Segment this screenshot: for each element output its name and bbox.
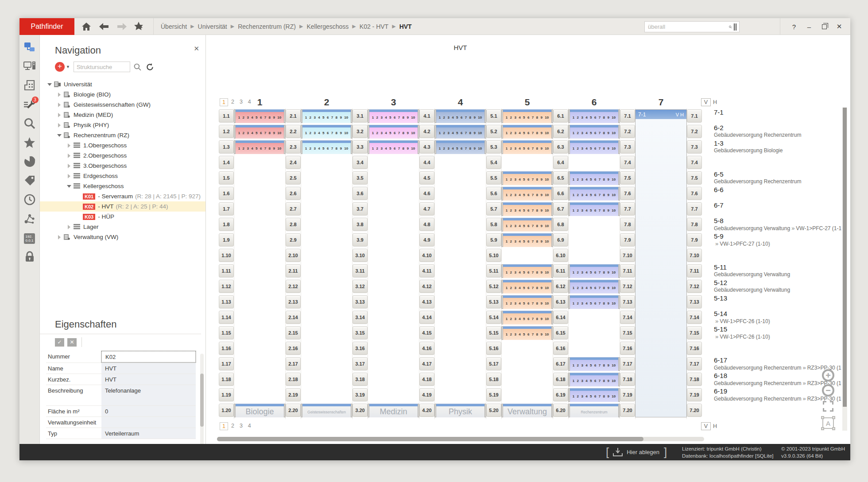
row-label[interactable]: 6.9 xyxy=(553,233,568,247)
row-label[interactable]: 1.1 xyxy=(219,109,234,123)
port[interactable]: 9 xyxy=(540,193,542,197)
port[interactable]: 2 xyxy=(443,131,445,135)
port[interactable]: 7 xyxy=(532,301,534,305)
port[interactable]: 2 xyxy=(510,177,512,181)
property-value-input[interactable]: K02 xyxy=(101,351,196,362)
port[interactable]: 2 xyxy=(310,147,311,150)
row-label[interactable]: 2.4 xyxy=(286,156,301,169)
row-label[interactable]: 1.15 xyxy=(219,326,234,339)
port[interactable]: 2 xyxy=(510,332,512,336)
port[interactable]: 8 xyxy=(536,286,538,290)
zoom-in-button[interactable]: + xyxy=(821,368,836,383)
vertical-scrollbar-thumb[interactable] xyxy=(843,108,847,407)
row-label[interactable]: 5.9 xyxy=(486,233,501,247)
row-label[interactable]: 4.5 xyxy=(419,171,434,185)
tree-item[interactable]: K03- HÜP xyxy=(40,212,205,222)
row-label[interactable]: 1.9 xyxy=(219,233,234,247)
port[interactable]: 7 xyxy=(532,317,534,321)
drop-zone[interactable]: [ Hier ablegen ] xyxy=(606,446,667,459)
port[interactable]: 2 xyxy=(577,286,579,290)
port[interactable]: 2 xyxy=(510,270,512,274)
port[interactable]: 1 xyxy=(305,131,307,135)
row-label[interactable]: 5.4 xyxy=(486,156,501,169)
port[interactable]: 1 xyxy=(573,208,574,212)
port[interactable]: 5 xyxy=(523,224,525,228)
port[interactable]: 6 xyxy=(394,116,395,120)
favorite-add-icon[interactable] xyxy=(134,21,145,32)
port[interactable]: 10 xyxy=(277,116,281,120)
patch-panel-6-2[interactable]: 12345678910 xyxy=(568,125,620,139)
port[interactable]: 9 xyxy=(273,116,275,120)
row-label[interactable]: 5.16 xyxy=(486,342,501,355)
port[interactable]: 2 xyxy=(577,301,579,305)
row-label[interactable]: 2.11 xyxy=(286,264,301,278)
row-label[interactable]: 4.12 xyxy=(419,280,434,293)
patch-panel-6-3[interactable]: 12345678910 xyxy=(568,140,620,154)
port[interactable]: 8 xyxy=(603,301,605,305)
refresh-icon[interactable] xyxy=(146,63,154,71)
forward-icon[interactable] xyxy=(116,21,128,32)
row-label[interactable]: 5.8 xyxy=(486,218,501,231)
port[interactable]: 5 xyxy=(523,116,525,120)
port[interactable]: 3 xyxy=(514,116,516,120)
port[interactable]: 8 xyxy=(269,147,271,150)
port[interactable]: 5 xyxy=(389,147,391,150)
page-tab-2[interactable]: 2 xyxy=(229,422,236,430)
row-label[interactable]: 4.4 xyxy=(419,156,434,169)
row-label[interactable]: 2.16 xyxy=(286,342,301,355)
front-view-button[interactable]: V xyxy=(701,422,711,430)
port[interactable]: 9 xyxy=(607,394,609,398)
port[interactable]: 2 xyxy=(443,147,445,150)
port[interactable]: 1 xyxy=(573,363,574,367)
port[interactable]: 10 xyxy=(612,193,616,197)
port[interactable]: 2 xyxy=(376,116,378,120)
port[interactable]: 7 xyxy=(599,147,601,150)
row-label[interactable]: 7.10 xyxy=(620,249,635,262)
port[interactable]: 9 xyxy=(607,363,609,367)
port[interactable]: 3 xyxy=(314,131,315,135)
port[interactable]: 10 xyxy=(344,116,348,120)
annotation-link[interactable]: VW-1>PFC-26 (1-10) xyxy=(720,334,770,340)
port[interactable]: 4 xyxy=(385,131,387,135)
row-label[interactable]: 4.15 xyxy=(419,326,434,339)
patch-panel-6-13[interactable]: 12345678910 xyxy=(568,295,620,309)
row-label[interactable]: 4.9 xyxy=(419,233,434,247)
port[interactable]: 4 xyxy=(519,147,520,150)
port[interactable]: 10 xyxy=(545,301,549,305)
port[interactable]: 3 xyxy=(581,193,583,197)
row-label[interactable]: 7.3 xyxy=(620,140,635,154)
row-label-right[interactable]: 7.20 xyxy=(687,404,702,417)
row-label-right[interactable]: 7.9 xyxy=(687,233,702,247)
patch-panel-5-6[interactable]: 12345678910 xyxy=(501,187,553,201)
port[interactable]: 7 xyxy=(532,332,534,336)
port[interactable]: 6 xyxy=(527,193,529,197)
row-label[interactable]: 5.15 xyxy=(486,326,501,339)
port[interactable]: 6 xyxy=(594,177,596,181)
row-label[interactable]: 5.6 xyxy=(486,187,501,200)
port[interactable]: 8 xyxy=(403,131,404,135)
row-label[interactable]: 6.19 xyxy=(553,388,568,401)
port[interactable]: 6 xyxy=(527,116,529,120)
port[interactable]: 5 xyxy=(523,239,525,243)
port[interactable]: 2 xyxy=(243,147,244,150)
row-label[interactable]: 7.15 xyxy=(620,326,635,339)
patch-panel-2-1[interactable]: 12345678910 xyxy=(301,109,353,123)
port[interactable]: 2 xyxy=(577,379,579,383)
port[interactable]: 10 xyxy=(545,286,549,290)
port[interactable]: 3 xyxy=(581,177,583,181)
patch-panel-4-1[interactable]: 12345678910 xyxy=(434,109,486,123)
port[interactable]: 3 xyxy=(581,270,583,274)
port[interactable]: 5 xyxy=(523,177,525,181)
port[interactable]: 6 xyxy=(594,286,596,290)
port[interactable]: 4 xyxy=(585,394,587,398)
port[interactable]: 3 xyxy=(581,363,583,367)
port[interactable]: 3 xyxy=(514,239,516,243)
port[interactable]: 2 xyxy=(310,131,311,135)
row-label[interactable]: 3.8 xyxy=(353,218,368,231)
row-label[interactable]: 2.9 xyxy=(286,233,301,247)
port[interactable]: 1 xyxy=(439,147,441,150)
tree-expander-icon[interactable] xyxy=(66,153,71,158)
port[interactable]: 8 xyxy=(536,301,538,305)
row-label[interactable]: 3.15 xyxy=(353,326,368,339)
row-label[interactable]: 6.5 xyxy=(553,171,568,185)
